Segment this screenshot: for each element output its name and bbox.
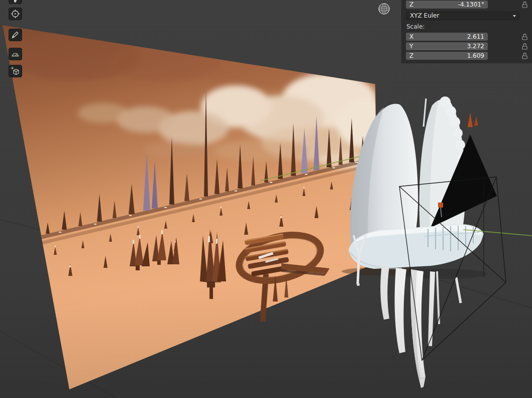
rotation-mode-value: XYZ Euler [410,12,439,19]
add-cube-tool-button[interactable] [9,65,22,77]
rotation-z-axis-label: Z [409,1,413,9]
scale-x-axis-label: X [409,33,413,41]
rotation-z-field[interactable]: Z -4.1301° [406,1,488,9]
scale-y-value: 3.272 [467,42,484,50]
cursor-crosshair-icon [11,9,20,19]
rotation-z-value: -4.1301° [458,1,484,9]
select-tool-button[interactable] [9,0,22,4]
scale-y-field[interactable]: Y 3.272 [406,42,488,50]
measure-protractor-icon [11,49,20,59]
globe-grid-icon [377,2,391,16]
rotation-mode-dropdown[interactable]: XYZ Euler [406,12,519,20]
scale-y-lock-button[interactable] [521,42,528,50]
navigation-globe-gizmo[interactable] [377,2,391,16]
annotate-pen-icon [11,30,20,40]
scale-z-axis-label: Z [409,52,413,60]
add-cube-icon [11,66,20,76]
cursor-tool-button[interactable] [9,8,22,20]
rotation-z-lock-button[interactable] [521,1,528,8]
scale-x-field[interactable]: X 2.611 [406,33,488,41]
transform-panel: Z -4.1301° XYZ Euler Scale: X 2.611 Y [401,0,532,63]
unlock-icon [521,52,528,59]
chevron-down-icon [513,15,516,17]
scale-z-value: 1.609 [467,52,484,60]
scale-x-lock-button[interactable] [521,33,528,40]
scale-z-lock-button[interactable] [521,52,528,59]
blender-window: Z -4.1301° XYZ Euler Scale: X 2.611 Y [0,0,532,398]
scale-x-value: 2.611 [467,33,484,41]
scale-section-label: Scale: [406,23,424,30]
measure-tool-button[interactable] [9,48,22,60]
unlock-icon [521,33,528,40]
scale-y-axis-label: Y [409,42,413,50]
scale-z-field[interactable]: Z 1.609 [406,52,488,60]
annotate-tool-button[interactable] [9,29,22,41]
unlock-icon [521,1,528,8]
select-cursor-icon [11,0,20,3]
unlock-icon [521,42,528,50]
